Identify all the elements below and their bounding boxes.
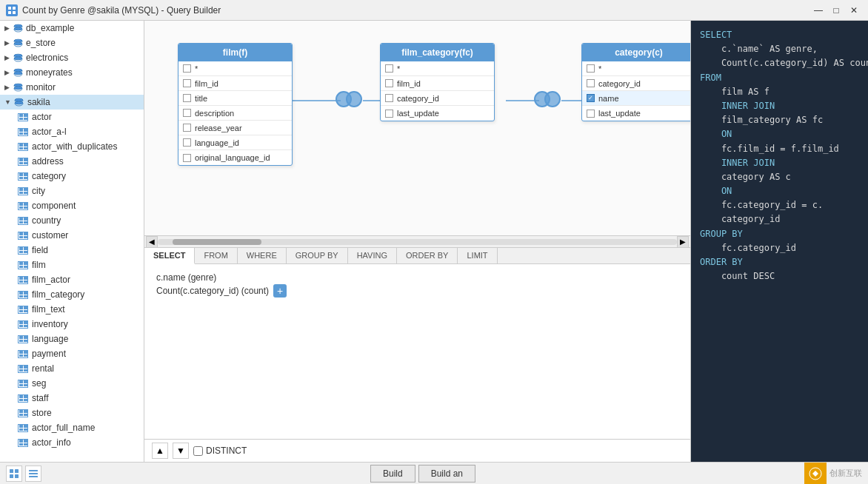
status-btn-2[interactable] [25,465,41,482]
tab-group-by[interactable]: GROUP BY [287,248,348,263]
sidebar-table-staff[interactable]: staff [0,391,144,406]
sidebar-scroll[interactable]: ▶ db_example ▶ e_store ▶ electronics [0,21,144,462]
distinct-label: DISTINCT [206,446,247,456]
table-fc-row-last_update[interactable]: last_update [381,106,494,121]
scrollbar-track[interactable] [158,239,677,245]
code-line-groupby: GROUP BY [700,227,859,241]
svg-point-10 [14,69,22,72]
code-line-1: c.`name` AS genre, [700,42,859,56]
build-and-button[interactable]: Build an [418,465,475,483]
table-cat-row-last_update[interactable]: last_update [582,106,690,121]
table-fc-row-category_id[interactable]: category_id [381,91,494,106]
sidebar-item-moneyrates[interactable]: ▶ moneyrates [0,65,144,80]
svg-rect-25 [29,473,38,474]
svg-rect-20 [10,469,13,473]
distinct-checkbox[interactable] [193,446,203,456]
sidebar-label: sakila [27,97,50,107]
close-button[interactable]: ✕ [846,2,862,19]
sql-panel: SELECT FROM WHERE GROUP BY HAVING ORDER … [144,247,690,462]
tab-select[interactable]: SELECT [144,248,195,264]
svg-rect-2 [8,11,11,14]
sidebar-table-actor_full_name[interactable]: actor_full_name [0,420,144,435]
tab-limit[interactable]: LIMIT [458,248,497,263]
sql-code-scroll[interactable]: SELECT c.`name` AS genre, Count(c.catego… [691,21,868,462]
sidebar-table-film_actor[interactable]: film_actor [0,272,144,287]
sidebar-table-film[interactable]: film [0,258,144,272]
table-film-row-description[interactable]: description [178,106,292,121]
sidebar-table-actor_info[interactable]: actor_info [0,435,144,450]
table-cat-row-star[interactable]: * [582,61,690,76]
table-film-header: film(f) [178,44,292,61]
svg-rect-26 [29,476,38,477]
minimize-button[interactable]: — [810,2,827,19]
table-film-row-title[interactable]: title [178,91,292,106]
sidebar-table-rental[interactable]: rental [0,361,144,376]
db-icon [13,38,23,48]
table-cat-row-name[interactable]: name [582,91,690,106]
chevron-right-icon: ▶ [4,24,10,32]
sql-tabs: SELECT FROM WHERE GROUP BY HAVING ORDER … [144,248,690,264]
sidebar-table-film_category[interactable]: film_category [0,287,144,302]
sidebar-table-component[interactable]: component [0,198,144,213]
sidebar-label: moneyrates [26,67,73,78]
scrollbar-thumb[interactable] [173,239,261,245]
scroll-right-button[interactable]: ▶ [677,236,689,248]
sidebar-table-city[interactable]: city [0,184,144,198]
svg-point-11 [14,72,22,75]
sql-row-1-text: c.name (genre) [156,272,216,283]
sidebar-table-store[interactable]: store [0,406,144,420]
sort-down-button[interactable]: ▼ [173,443,189,459]
horizontal-scrollbar[interactable]: ◀ ▶ [144,235,690,247]
sidebar-item-electronics[interactable]: ▶ electronics [0,50,144,65]
table-cat-row-category_id[interactable]: category_id [582,76,690,91]
svg-rect-1 [13,7,16,10]
code-line-2: Count(c.category_id) AS count [700,56,859,70]
sidebar-item-monitor[interactable]: ▶ monitor [0,80,144,95]
sidebar-table-seg[interactable]: seg [0,376,144,391]
table-film-row-original_language_id[interactable]: original_language_id [178,150,292,165]
table-fc-row-film_id[interactable]: film_id [381,76,494,91]
sort-up-button[interactable]: ▲ [152,443,168,459]
tab-having[interactable]: HAVING [348,248,397,263]
chevron-right-icon: ▶ [4,39,10,47]
svg-rect-24 [29,470,38,471]
tab-from[interactable]: FROM [195,248,237,263]
sidebar-table-actor_with_duplicates[interactable]: actor_with_duplicates [0,139,144,154]
distinct-checkbox-label[interactable]: DISTINCT [193,446,247,456]
sidebar-table-customer[interactable]: customer [0,228,144,243]
table-film-row-release_year[interactable]: release_year [178,121,292,135]
add-field-button[interactable]: + [273,284,287,298]
app-icon [6,4,18,16]
code-line-on2: ON [700,184,859,198]
sidebar-table-inventory[interactable]: inventory [0,317,144,332]
sidebar-table-film_text[interactable]: film_text [0,302,144,317]
sidebar-item-e_store[interactable]: ▶ e_store [0,36,144,50]
maximize-button[interactable]: □ [828,2,844,19]
tab-order-by[interactable]: ORDER BY [397,248,458,263]
svg-point-12 [14,84,22,87]
table-fc-row-star[interactable]: * [381,61,494,76]
svg-rect-0 [8,7,11,10]
sidebar-table-payment[interactable]: payment [0,346,144,361]
svg-rect-22 [10,474,13,478]
build-button[interactable]: Build [370,465,415,483]
window-controls: — □ ✕ [810,2,862,19]
sidebar-table-address[interactable]: address [0,154,144,169]
db-icon [14,97,24,107]
table-film-row-star[interactable]: * [178,61,292,76]
table-film-row-language_id[interactable]: language_id [178,135,292,150]
sidebar-table-country[interactable]: country [0,213,144,228]
tab-where[interactable]: WHERE [238,248,287,263]
sidebar-table-actor_al[interactable]: actor_a-l [0,124,144,139]
sidebar-table-actor[interactable]: actor [0,110,144,124]
status-btn-1[interactable] [6,465,22,482]
code-line-select: SELECT [700,28,859,42]
sidebar-table-category[interactable]: category [0,169,144,184]
table-film-row-film_id[interactable]: film_id [178,76,292,91]
scroll-left-button[interactable]: ◀ [146,236,158,248]
sidebar-item-sakila[interactable]: ▼ sakila [0,95,144,110]
sidebar-table-field[interactable]: field [0,243,144,258]
sidebar-table-language[interactable]: language [0,332,144,346]
code-line-on1: ON [700,127,859,141]
sidebar-item-db_example[interactable]: ▶ db_example [0,21,144,36]
